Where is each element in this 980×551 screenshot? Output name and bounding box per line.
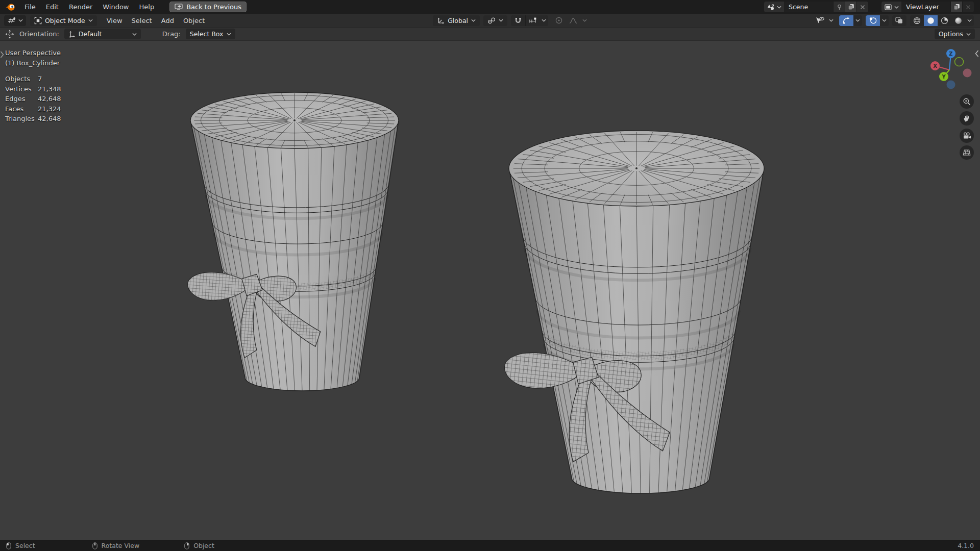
3d-scene[interactable] <box>0 41 980 540</box>
show-gizmo-toggle[interactable] <box>839 15 853 26</box>
viewport-header: Object Mode View Select Add Object Globa… <box>0 14 980 28</box>
drag-label: Drag: <box>162 30 181 38</box>
pin-icon <box>837 4 842 10</box>
chevron-down-icon <box>88 19 93 22</box>
chevron-down-icon <box>894 6 899 9</box>
viewport-3d[interactable]: User Perspective (1) Box_Cylinder Object… <box>0 41 980 540</box>
stat-label: Edges <box>5 94 38 104</box>
chevron-down-icon <box>132 33 137 36</box>
scene-browse-button[interactable] <box>764 2 784 12</box>
snap-with-button[interactable] <box>525 15 540 26</box>
snap-dropdown[interactable] <box>540 15 548 26</box>
editor-type-button[interactable] <box>4 15 26 26</box>
zoom-button[interactable] <box>960 94 974 109</box>
drag-dropdown[interactable]: Select Box <box>186 29 235 39</box>
toolbar-expand-arrow[interactable] <box>0 51 4 58</box>
axis-neg-x-ball[interactable] <box>963 69 972 78</box>
hint-label: Object <box>193 542 214 549</box>
default-orientation-icon <box>68 31 76 38</box>
new-scene-button[interactable] <box>845 2 856 12</box>
overlays-dropdown[interactable] <box>880 15 889 26</box>
proportional-edit-toggle[interactable] <box>552 15 566 26</box>
menu-select[interactable]: Select <box>127 15 157 26</box>
rendered-shading-icon <box>954 17 962 24</box>
visibility-dropdown[interactable] <box>827 15 836 26</box>
tool-settings-bar: Orientation: Default Drag: Select Box Op… <box>0 28 980 41</box>
chevron-down-icon <box>582 19 587 22</box>
stat-label: Faces <box>5 104 38 114</box>
menu-render[interactable]: Render <box>64 2 97 12</box>
menu-view[interactable]: View <box>102 15 127 26</box>
stat-label: Triangles <box>5 114 38 124</box>
material-shading-icon <box>941 17 948 24</box>
remove-view-layer-button[interactable] <box>962 2 974 12</box>
new-view-layer-button[interactable] <box>950 2 962 12</box>
view-layer-icon <box>884 4 892 11</box>
topbar: File Edit Render Window Help Back to Pre… <box>0 0 980 14</box>
pivot-point-dropdown[interactable] <box>483 15 507 26</box>
menu-object[interactable]: Object <box>179 15 209 26</box>
stat-value: 7 <box>38 74 42 84</box>
menu-edit[interactable]: Edit <box>41 2 64 12</box>
falloff-button[interactable] <box>566 15 580 26</box>
visibility-dropdown-button[interactable] <box>813 15 827 26</box>
orientation-dropdown[interactable]: Default <box>64 29 141 39</box>
navigation-gizmo[interactable]: X Z Y <box>922 45 979 94</box>
snap-toggle[interactable] <box>511 15 525 26</box>
stat-label: Objects <box>5 74 38 84</box>
view-layer-name-field[interactable]: ViewLayer <box>901 2 950 12</box>
falloff-dropdown[interactable] <box>580 15 589 26</box>
shading-dropdown[interactable] <box>965 15 974 26</box>
transform-orientation-label: Global <box>448 17 468 24</box>
falloff-curve-icon <box>569 17 577 24</box>
duplicate-icon <box>848 4 854 10</box>
pan-hand-icon <box>963 114 971 122</box>
options-dropdown[interactable]: Options <box>935 29 975 39</box>
scene-browse-icon <box>767 4 775 11</box>
pan-button[interactable] <box>960 111 974 126</box>
camera-view-button[interactable] <box>960 129 974 143</box>
material-shading-button[interactable] <box>938 15 951 26</box>
menu-file[interactable]: File <box>19 2 41 12</box>
axis-neg-z-ball[interactable] <box>947 81 955 89</box>
camera-view-icon <box>963 132 971 140</box>
unlink-scene-button[interactable] <box>856 2 868 12</box>
transform-orientation-dropdown[interactable]: Global <box>433 15 480 26</box>
blender-window: File Edit Render Window Help Back to Pre… <box>0 0 980 551</box>
blender-logo-icon[interactable] <box>5 3 15 11</box>
object-mode-icon <box>34 17 42 24</box>
show-overlays-toggle[interactable] <box>866 15 880 26</box>
rendered-shading-button[interactable] <box>951 15 965 26</box>
stat-triangles: Triangles 42,648 <box>5 114 61 124</box>
transform-orientation-icon <box>437 17 445 24</box>
stat-label: Vertices <box>5 84 38 94</box>
gizmo-dropdown[interactable] <box>853 15 862 26</box>
view-layer-selector: ViewLayer <box>881 2 974 12</box>
xray-toggle[interactable] <box>892 15 906 26</box>
axis-neg-y-ball[interactable] <box>955 58 964 66</box>
solid-shading-button[interactable] <box>924 15 938 26</box>
back-to-previous-button[interactable]: Back to Previous <box>169 2 247 12</box>
scene-pin-button[interactable] <box>833 2 845 12</box>
axis-z-label: Z <box>949 51 952 57</box>
hint-select: Select <box>6 542 35 549</box>
chevron-down-icon <box>855 19 860 22</box>
sidebar-collapse-arrow[interactable] <box>975 50 979 57</box>
chevron-down-icon <box>829 19 834 22</box>
mode-selector[interactable]: Object Mode <box>30 15 97 26</box>
close-icon <box>860 5 865 10</box>
menu-add[interactable]: Add <box>157 15 179 26</box>
menu-window[interactable]: Window <box>97 2 134 12</box>
scene-name-field[interactable]: Scene <box>784 2 833 12</box>
ortho-toggle-button[interactable] <box>960 145 974 160</box>
stat-value: 21,324 <box>38 104 61 114</box>
view-layer-browse-button[interactable] <box>881 2 901 12</box>
mouse-left-icon <box>6 542 11 549</box>
pivot-point-icon <box>487 17 496 24</box>
wireframe-shading-button[interactable] <box>910 15 924 26</box>
chevron-down-icon <box>227 33 231 36</box>
display-controls <box>813 15 974 26</box>
menu-help[interactable]: Help <box>134 2 160 12</box>
hint-rotate-view: Rotate View <box>92 542 140 549</box>
close-icon <box>966 5 971 10</box>
